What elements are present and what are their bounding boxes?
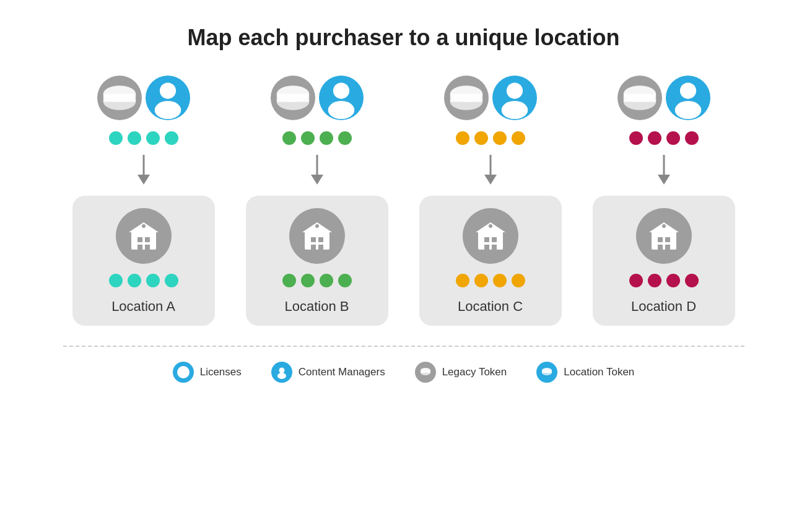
dot [474, 131, 488, 145]
column-b: Location B [243, 76, 391, 326]
location-label-b: Location B [285, 299, 349, 315]
card-dots-b [282, 274, 352, 287]
dot [282, 131, 296, 145]
svg-rect-40 [492, 245, 497, 250]
svg-rect-38 [492, 237, 497, 242]
licenses-icon [173, 362, 194, 383]
column-a: Location A [69, 76, 218, 326]
svg-point-58 [277, 373, 286, 379]
dot [493, 131, 507, 145]
svg-rect-35 [478, 231, 503, 250]
card-dot [512, 274, 525, 287]
svg-rect-49 [652, 231, 676, 250]
svg-point-56 [177, 366, 190, 378]
svg-rect-21 [305, 231, 329, 250]
svg-rect-10 [145, 237, 150, 242]
svg-point-30 [450, 94, 482, 110]
card-dots-d [629, 274, 699, 287]
card-dot [474, 274, 488, 287]
svg-point-45 [679, 82, 696, 98]
svg-marker-34 [484, 175, 497, 185]
legend-item-legacy-token: Legacy Token [415, 362, 507, 383]
person-icon-a [146, 76, 190, 120]
card-dots-a [109, 274, 178, 287]
card-dot [666, 274, 680, 287]
location-label-d: Location D [631, 299, 696, 315]
card-dot [493, 274, 507, 287]
diagram-area: Location A [69, 76, 738, 326]
card-dot [146, 274, 160, 287]
svg-point-27 [315, 224, 319, 228]
card-dot [338, 274, 352, 287]
svg-rect-24 [318, 237, 323, 242]
dot [165, 131, 178, 145]
svg-marker-6 [137, 175, 150, 185]
top-icons-b [271, 76, 364, 120]
svg-point-44 [623, 94, 655, 110]
person-icon-b [319, 76, 364, 120]
svg-point-61 [421, 370, 430, 375]
top-icons-a [97, 76, 190, 120]
person-icon-c [492, 76, 537, 120]
svg-point-13 [142, 224, 146, 228]
dot [666, 131, 680, 145]
legend-item-location-token: Location Token [536, 362, 634, 383]
svg-rect-7 [131, 231, 156, 250]
top-icons-d [617, 76, 710, 120]
svg-point-57 [279, 368, 284, 373]
arrow-c [481, 155, 500, 186]
svg-rect-25 [311, 245, 316, 250]
svg-point-32 [501, 101, 528, 119]
card-dot [282, 274, 296, 287]
column-c: Location C [416, 76, 565, 326]
svg-rect-26 [318, 245, 323, 250]
token-icon-a [97, 76, 142, 120]
svg-rect-53 [658, 245, 663, 250]
svg-point-16 [276, 94, 308, 110]
location-label-a: Location A [111, 299, 175, 315]
card-dot [109, 274, 123, 287]
legend-item-licenses: Licenses [173, 362, 242, 383]
svg-marker-20 [311, 175, 323, 185]
svg-point-4 [154, 101, 181, 119]
dot [685, 131, 699, 145]
arrow-b [308, 155, 326, 186]
page-title: Map each purchaser to a unique location [187, 25, 619, 51]
section-divider [63, 346, 744, 347]
dot [512, 131, 525, 145]
building-icon-c [463, 208, 518, 264]
legend-label-licenses: Licenses [200, 366, 242, 378]
svg-point-41 [489, 224, 492, 228]
top-icons-c [444, 76, 537, 120]
legend-item-content-managers: Content Managers [271, 362, 385, 383]
dot [128, 131, 141, 145]
dots-row-b [282, 131, 352, 145]
legacy-token-icon [415, 362, 436, 383]
location-card-a: Location A [72, 196, 215, 326]
legend-label-legacy-token: Legacy Token [442, 366, 507, 378]
arrow-a [134, 155, 153, 186]
svg-rect-11 [137, 245, 142, 250]
legend-label-location-token: Location Token [564, 366, 634, 378]
dot [456, 131, 469, 145]
location-card-b: Location B [246, 196, 388, 326]
svg-point-17 [333, 82, 349, 98]
svg-rect-9 [137, 237, 142, 242]
dot [338, 131, 352, 145]
svg-rect-52 [665, 237, 670, 242]
dot [146, 131, 160, 145]
svg-point-2 [103, 94, 135, 110]
svg-rect-54 [665, 245, 670, 250]
arrow-d [655, 155, 673, 186]
building-icon-a [116, 208, 172, 264]
svg-rect-12 [145, 245, 150, 250]
svg-rect-39 [484, 245, 489, 250]
card-dot [128, 274, 141, 287]
card-dot [165, 274, 178, 287]
svg-point-46 [674, 101, 701, 119]
legend: Licenses Content Managers Legacy Token [173, 362, 635, 383]
card-dot [648, 274, 661, 287]
location-card-d: Location D [593, 196, 735, 326]
content-managers-icon [271, 362, 292, 383]
card-dots-c [456, 274, 525, 287]
